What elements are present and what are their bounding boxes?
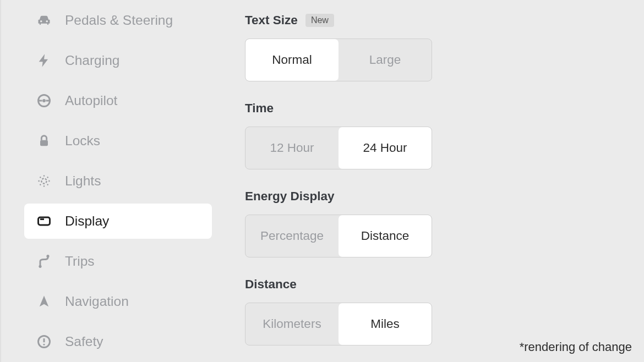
sidebar-item-display[interactable]: Display <box>24 204 212 238</box>
segment-energy-percentage[interactable]: Percentage <box>245 215 339 257</box>
bolt-icon <box>36 53 52 68</box>
lock-icon <box>36 133 52 149</box>
setting-time: Time 12 Hour 24 Hour <box>245 101 644 169</box>
light-icon <box>36 173 52 189</box>
sidebar-item-label: Autopilot <box>65 93 117 108</box>
main-content: Text Size New Normal Large Time 12 Hour … <box>223 0 644 362</box>
trips-icon <box>36 254 52 269</box>
svg-point-6 <box>39 265 41 268</box>
segment-text-size-large[interactable]: Large <box>339 39 432 81</box>
sidebar-item-pedals-steering[interactable]: Pedals & Steering <box>24 0 212 40</box>
segmented-text-size: Normal Large <box>245 39 432 81</box>
segmented-distance: Kilometers Miles <box>245 303 432 345</box>
sidebar-item-safety[interactable]: Safety <box>24 322 212 362</box>
segment-text-size-normal[interactable]: Normal <box>245 39 339 81</box>
steering-wheel-icon <box>36 93 52 108</box>
svg-point-7 <box>46 255 49 257</box>
sidebar-item-label: Trips <box>65 254 95 269</box>
footnote: *rendering of change <box>520 340 632 354</box>
setting-label-time: Time <box>245 101 274 116</box>
segment-distance-miles[interactable]: Miles <box>339 303 432 345</box>
svg-point-10 <box>43 344 45 345</box>
sidebar-item-navigation[interactable]: Navigation <box>24 282 212 322</box>
sidebar-item-charging[interactable]: Charging <box>24 40 212 80</box>
sidebar-item-lights[interactable]: Lights <box>24 161 212 201</box>
sidebar-item-label: Lights <box>65 173 101 189</box>
sidebar-item-locks[interactable]: Locks <box>24 120 212 161</box>
sidebar-item-label: Charging <box>65 53 119 68</box>
sidebar-item-label: Locks <box>65 133 100 149</box>
svg-point-1 <box>42 99 46 102</box>
sidebar-item-label: Navigation <box>65 294 129 309</box>
setting-label-energy: Energy Display <box>245 189 335 204</box>
sidebar-item-autopilot[interactable]: Autopilot <box>24 80 212 120</box>
sidebar-item-label: Safety <box>65 334 103 349</box>
setting-label-text-size: Text Size <box>245 13 298 28</box>
new-badge: New <box>305 14 334 27</box>
navigation-icon <box>36 294 52 309</box>
sidebar-item-trips[interactable]: Trips <box>24 242 212 282</box>
car-icon <box>36 13 52 28</box>
safety-icon <box>36 334 52 349</box>
svg-rect-2 <box>40 140 48 146</box>
sidebar: Pedals & Steering Charging Autopilot Loc… <box>6 0 223 362</box>
svg-point-3 <box>41 178 46 183</box>
sidebar-item-label: Display <box>65 213 109 229</box>
setting-distance: Distance Kilometers Miles <box>245 277 644 345</box>
display-icon <box>36 213 52 229</box>
segmented-time: 12 Hour 24 Hour <box>245 127 432 169</box>
segment-energy-distance[interactable]: Distance <box>339 215 432 257</box>
segment-time-12hour[interactable]: 12 Hour <box>245 127 339 169</box>
setting-label-distance: Distance <box>245 277 297 292</box>
sidebar-item-label: Pedals & Steering <box>65 13 173 28</box>
setting-energy-display: Energy Display Percentage Distance <box>245 189 644 257</box>
segment-time-24hour[interactable]: 24 Hour <box>339 127 432 169</box>
segmented-energy: Percentage Distance <box>245 215 432 257</box>
segment-distance-km[interactable]: Kilometers <box>245 303 339 345</box>
setting-text-size: Text Size New Normal Large <box>245 13 644 81</box>
